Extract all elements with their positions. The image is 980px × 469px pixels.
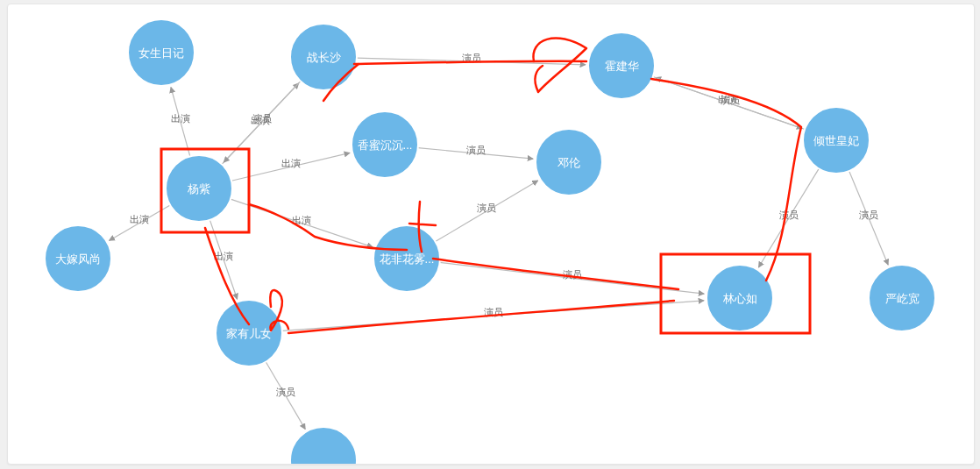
node-circle[interactable] <box>166 155 232 222</box>
node-circle[interactable] <box>373 225 440 292</box>
graph-node[interactable] <box>290 427 357 464</box>
edge-label: 出演 <box>130 214 149 224</box>
node-circle[interactable] <box>216 300 282 366</box>
node-circle[interactable] <box>588 32 655 99</box>
nodes-layer: 女生日记战长沙霍建华倾世皇妃香蜜沉沉...邓伦杨紫大嫁风尚花非花雾...林心如严… <box>45 19 935 464</box>
graph-node[interactable]: 杨紫 <box>166 155 232 222</box>
edge-label: 演员 <box>466 145 486 155</box>
graph-node[interactable]: 林心如 <box>707 265 773 331</box>
edge-label: 演员 <box>276 387 295 397</box>
graph-node[interactable]: 霍建华 <box>588 32 655 99</box>
edge-label: 演员 <box>779 210 799 220</box>
graph-card: 出演出演出演出演出演出演演员演员演员演员演员演员演员演员演员演员出演 女生日记战… <box>7 4 975 465</box>
graph-node[interactable]: 倾世皇妃 <box>803 107 870 174</box>
knowledge-graph[interactable]: 出演出演出演出演出演出演演员演员演员演员演员演员演员演员演员演员出演 女生日记战… <box>8 4 974 464</box>
node-circle[interactable] <box>128 19 195 86</box>
edge-label: 出演 <box>281 158 301 168</box>
graph-node[interactable]: 邓伦 <box>536 129 602 195</box>
graph-node[interactable]: 女生日记 <box>128 19 195 86</box>
graph-node[interactable]: 大嫁风尚 <box>45 225 111 292</box>
edge-label: 演员 <box>477 203 496 213</box>
edge-label: 演员 <box>252 113 272 124</box>
graph-node[interactable]: 香蜜沉沉... <box>352 111 418 178</box>
node-circle[interactable] <box>352 111 418 178</box>
edge-label: 演员 <box>859 210 878 220</box>
graph-node[interactable]: 花非花雾... <box>373 225 440 292</box>
graph-node[interactable]: 严屹宽 <box>869 265 935 331</box>
node-circle[interactable] <box>536 129 602 195</box>
node-circle[interactable] <box>803 107 870 174</box>
graph-node[interactable]: 家有儿女 <box>216 300 282 366</box>
edge-label: 出演 <box>171 113 190 124</box>
node-circle[interactable] <box>45 225 111 292</box>
node-circle[interactable] <box>290 24 357 90</box>
graph-node[interactable]: 战长沙 <box>290 24 357 90</box>
node-circle[interactable] <box>869 265 935 331</box>
node-circle[interactable] <box>290 427 357 464</box>
node-circle[interactable] <box>707 265 773 331</box>
